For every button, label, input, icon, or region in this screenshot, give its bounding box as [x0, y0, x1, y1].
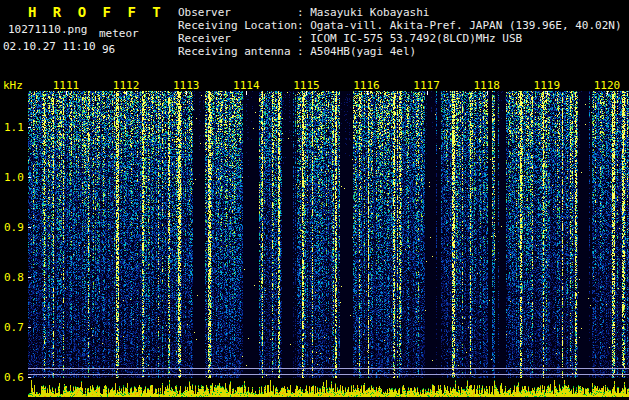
freq-unit-label: kHz: [3, 79, 23, 92]
hrofft-screen: H R O F F T 10271110.png meteor 02.10.27…: [0, 0, 629, 400]
freq-tick-label: 0.9: [4, 221, 24, 234]
observer-info-row: Observer: Masayuki Kobayashi: [178, 6, 622, 19]
info-label: Receiving Location: [178, 19, 297, 32]
freq-tick-label: 0.7: [4, 321, 24, 334]
info-label: Observer: [178, 6, 297, 19]
info-label: Receiver: [178, 32, 297, 45]
observer-info-row: Receiving antenna: A504HB(yagi 4el): [178, 45, 622, 58]
info-label: Receiving antenna: [178, 45, 297, 58]
freq-tick-label: 0.6: [4, 371, 24, 384]
observer-info-row: Receiving Location: Ogata-vill. Akita-Pr…: [178, 19, 622, 32]
observer-info-block: Observer: Masayuki KobayashiReceiving Lo…: [178, 6, 622, 58]
app-title: H R O F F T: [28, 4, 165, 20]
datetime-label: 02.10.27 11:10: [3, 40, 96, 53]
info-value: : ICOM IC-575 53.7492(8LCD)MHz USB: [297, 32, 522, 45]
signal-level-meter: [28, 379, 629, 397]
observer-info-row: Receiver: ICOM IC-575 53.7492(8LCD)MHz U…: [178, 32, 622, 45]
info-value: : A504HB(yagi 4el): [297, 45, 416, 58]
spectrogram: [28, 91, 629, 378]
mode-label: meteor: [99, 27, 139, 40]
info-value: : Ogata-vill. Akita-Pref. JAPAN (139.96E…: [297, 19, 622, 32]
freq-tick-label: 1.0: [4, 171, 24, 184]
filename-label: 10271110.png: [8, 23, 87, 36]
echo-count: 96: [102, 43, 115, 56]
info-value: : Masayuki Kobayashi: [297, 6, 429, 19]
freq-tick-label: 0.8: [4, 271, 24, 284]
freq-tick-label: 1.1: [4, 121, 24, 134]
